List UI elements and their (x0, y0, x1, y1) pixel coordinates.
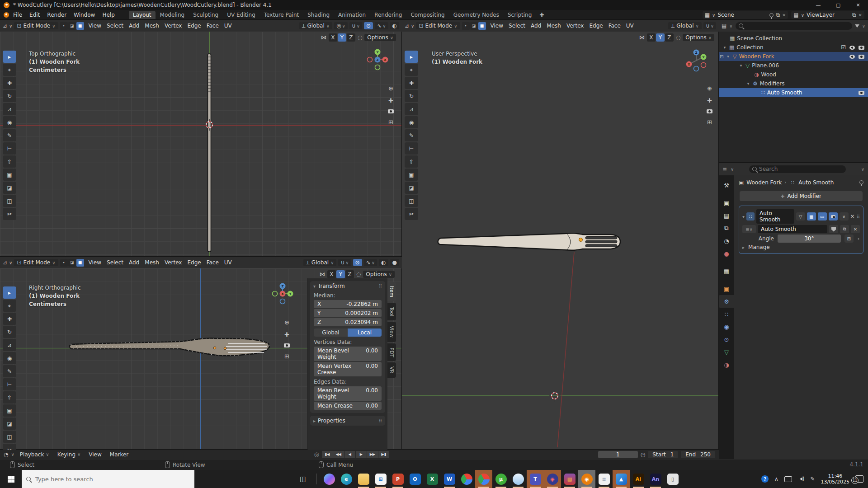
pan-hand-icon[interactable]: ✚ (388, 97, 393, 104)
taskbar-search-input[interactable] (34, 475, 172, 483)
fake-user-toggle[interactable] (829, 225, 838, 233)
edge-select-button[interactable]: ◪ (68, 22, 76, 30)
annotate[interactable]: ✎ (3, 129, 16, 141)
viewport-menu-item[interactable]: Vertex (162, 22, 185, 30)
median-x-field[interactable]: X-0.22862 m (314, 300, 382, 308)
extrude[interactable]: ⇧ (405, 155, 418, 168)
rotate[interactable]: ↻ (3, 90, 16, 102)
rotate[interactable]: ↻ (3, 326, 16, 338)
extrude[interactable]: ⇧ (3, 391, 16, 404)
bevel[interactable]: ◪ (405, 182, 418, 194)
minimize-button[interactable]: — (808, 0, 828, 10)
modifiers[interactable]: ⚙ (719, 295, 734, 308)
on-cage-toggle[interactable]: ▽ (796, 212, 805, 221)
viewport-user-perspective[interactable]: ⊿ ∨ ⊡ Edit Mode ∨ ∙ ◪ ■ ViewSelectAddMes… (402, 20, 719, 450)
viewport-menu-item[interactable]: Mesh (544, 22, 564, 30)
proportional-edit-button[interactable]: ⊙ (353, 259, 362, 266)
pan-hand-icon[interactable]: ✚ (707, 97, 712, 104)
ortho-grid-icon[interactable]: ⊞ (284, 353, 289, 360)
navigation-gizmo[interactable]: Y X Z (366, 48, 389, 73)
viewport-menu-item[interactable]: View (488, 22, 506, 30)
workspace-tab[interactable]: Layout (129, 11, 156, 19)
add-modifier-button[interactable]: ✚ Add Modifier (740, 191, 863, 201)
editor-type-icon[interactable]: ≡ (722, 166, 727, 172)
outliner-search-input[interactable] (736, 22, 852, 30)
navigation-gizmo[interactable]: Z Y X (271, 282, 294, 307)
editor-type-icon[interactable]: ◔ (4, 451, 8, 458)
viewport-menu-item[interactable]: Select (104, 258, 126, 267)
animate-property-dot[interactable]: ∙ (857, 236, 860, 241)
auto-keying-toggle[interactable]: ◎ (314, 451, 319, 458)
overlays-button[interactable]: ◐ (379, 259, 388, 266)
expand-icon[interactable]: ▸ (313, 418, 316, 423)
camera-view-icon[interactable] (388, 109, 394, 113)
transform[interactable]: ◉ (405, 116, 418, 128)
median-y-field[interactable]: Y0.000202 m (314, 309, 382, 317)
start-frame-field[interactable]: Start1 (648, 451, 678, 458)
axis-toggle[interactable]: X (647, 33, 656, 42)
taskbar-search[interactable] (22, 470, 194, 488)
keying-menu[interactable]: Keying∨ (55, 451, 84, 458)
viewport-menu-item[interactable]: Edge (184, 258, 203, 267)
menu-item[interactable]: Window (70, 11, 99, 19)
options-dropdown-icon[interactable]: ∨ (861, 167, 864, 172)
viewport-menu-item[interactable]: Vertex (162, 258, 185, 267)
snap-dropdown[interactable]: ∪∨ (703, 22, 716, 29)
menu-item[interactable]: Edit (26, 11, 43, 19)
n-panel-tab[interactable]: PDT (387, 343, 396, 361)
face-select-button[interactable]: ■ (478, 22, 486, 30)
outliner-row-wood[interactable]: ◑ Wood (719, 70, 868, 79)
output[interactable]: ▤ (719, 209, 734, 222)
viewport-menu-item[interactable]: UV (222, 22, 235, 30)
ortho-grid-icon[interactable]: ⊞ (388, 119, 393, 126)
outliner-row-auto-smooth[interactable]: ∷ Auto Smooth (719, 88, 868, 97)
snap-dropdown[interactable]: ∪∨ (338, 259, 351, 266)
start-button[interactable] (0, 470, 22, 488)
zoom-icon[interactable]: ⊕ (388, 85, 393, 92)
annotate[interactable]: ✎ (3, 365, 16, 377)
viewport-menu-item[interactable]: Face (204, 22, 222, 30)
scene[interactable]: ◔ (719, 235, 734, 247)
cursor[interactable]: ⌖ (3, 300, 16, 312)
knife[interactable]: ✂ (3, 444, 16, 450)
select-box[interactable]: ▸ (405, 51, 418, 63)
delete-scene-icon[interactable]: ✕ (782, 13, 786, 18)
breadcrumb-object[interactable]: Wooden Fork (746, 179, 782, 186)
inset[interactable]: ▣ (405, 169, 418, 181)
notification-icon[interactable]: 11 (855, 475, 863, 483)
breadcrumb-modifier[interactable]: Auto Smooth (798, 179, 834, 186)
editor-type-icon[interactable]: ⊿ (3, 259, 7, 266)
file-explorer[interactable] (355, 470, 372, 488)
expand-icon[interactable]: ▸ (742, 245, 745, 250)
outlook[interactable]: O (406, 470, 424, 488)
pivot-dropdown[interactable]: ◎∨ (334, 22, 348, 29)
viewport-menu-item[interactable]: UV (623, 22, 637, 30)
zoom-icon[interactable]: ⊕ (284, 319, 289, 326)
vertex-select-button[interactable]: ∙ (60, 22, 68, 30)
camera-view-icon[interactable] (284, 343, 290, 347)
drag-handle-icon[interactable]: ⠿ (857, 214, 860, 219)
scale[interactable]: ⊿ (405, 103, 418, 115)
new-scene-icon[interactable]: ⧉ (776, 12, 780, 18)
axis-toggle[interactable]: Z (347, 33, 355, 42)
viewport-menu-item[interactable]: Select (506, 22, 528, 30)
n-panel-tab[interactable]: Tool (387, 303, 396, 320)
viewport-menu-item[interactable]: Select (104, 22, 126, 30)
expand-icon[interactable]: ▾ (726, 54, 730, 59)
word[interactable]: W (441, 470, 458, 488)
cursor[interactable]: ⌖ (3, 64, 16, 76)
pin-icon[interactable] (769, 13, 774, 17)
orientation-dropdown[interactable]: ⟂ Global ∨ (303, 259, 337, 266)
notepad[interactable]: ≡ (595, 470, 613, 488)
global-button[interactable]: Global (314, 328, 348, 337)
viewport-top-orthographic[interactable]: ⊿ ∨ ⊡ Edit Mode ∨ ∙ ◪ ■ ViewSelectAddMes… (0, 20, 402, 257)
knife[interactable]: ✂ (3, 208, 16, 220)
delete-viewlayer-icon[interactable]: ✕ (859, 13, 862, 18)
disable-render-icon[interactable] (859, 91, 864, 95)
measure[interactable]: ⊢ (3, 142, 16, 155)
menu-item[interactable]: Render (43, 11, 70, 19)
axis-toggle[interactable]: Y (336, 270, 345, 278)
jump-to-end[interactable]: ▶▮ (378, 451, 389, 458)
workspace-tab[interactable]: Shading (303, 11, 334, 19)
transform[interactable]: ◉ (3, 116, 16, 128)
